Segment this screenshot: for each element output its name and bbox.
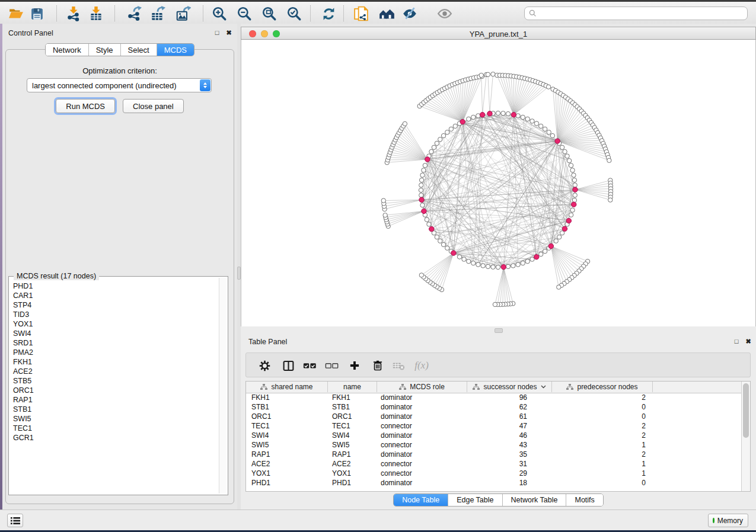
mcds-result-item[interactable]: TEC1 [13,424,219,433]
hierarchy-icon [260,384,267,390]
table-panel-close-button[interactable]: ✖ [744,336,753,346]
horizontal-splitter[interactable] [241,326,756,335]
tab-select[interactable]: Select [121,44,157,56]
zoom-selected-icon[interactable] [286,5,302,22]
import-table-icon[interactable] [88,5,104,22]
network-canvas[interactable] [241,40,756,326]
tab-network[interactable]: Network [46,44,89,56]
column-header-shared-name[interactable]: shared name [246,382,328,392]
control-panel-float-button[interactable]: □ [212,28,222,37]
table-cell-successor-nodes: 46 [467,431,552,440]
table-row[interactable]: YOX1YOX1connector291 [246,469,742,478]
export-network-icon[interactable] [126,5,142,22]
show-networks-home-icon[interactable] [378,5,395,22]
table-cell-name: TEC1 [328,421,377,431]
splitter-grip-icon[interactable] [495,328,503,333]
table-row[interactable]: TEC1TEC1connector472 [246,421,742,431]
tab-style[interactable]: Style [89,44,121,56]
zoom-in-icon[interactable] [211,5,228,22]
search-field[interactable] [524,7,748,20]
table-row[interactable]: RAP1RAP1dominator352 [246,450,742,459]
memory-status-icon [713,518,714,523]
memory-button[interactable]: Memory [708,514,748,527]
task-history-button[interactable] [7,514,23,527]
column-header-successor-nodes[interactable]: successor nodes [467,382,552,392]
show-hidden-eye-icon[interactable] [436,5,453,22]
table-cell-predecessor-nodes: 0 [552,478,653,488]
table-cell-successor-nodes: 61 [467,412,552,421]
mcds-result-item[interactable]: RAP1 [13,395,219,405]
close-panel-button[interactable]: Close panel [123,99,184,113]
table-cell-mcds-role: dominator [377,478,467,488]
table-cell-shared-name: TEC1 [246,421,328,431]
mcds-result-item[interactable]: STP4 [13,300,219,310]
deselect-all-columns-icon[interactable] [325,358,339,373]
column-header-name[interactable]: name [328,382,377,392]
column-header-mcds-role[interactable]: MCDS role [377,382,467,392]
table-scrollbar-thumb[interactable] [743,383,749,438]
mcds-result-scrollbar[interactable] [219,278,227,493]
run-mcds-button[interactable]: Run MCDS [56,99,115,113]
split-columns-icon[interactable] [281,358,295,373]
import-network-icon[interactable] [65,5,82,22]
save-session-icon[interactable] [28,5,45,22]
table-scrollbar[interactable] [741,382,750,491]
network-window-titlebar[interactable]: YPA_prune.txt_1 [241,27,756,40]
tab-mcds[interactable]: MCDS [157,44,194,56]
table-cell-mcds-role: connector [377,469,467,478]
table-row[interactable]: STB1STB1dominator620 [246,402,742,412]
mcds-result-item[interactable]: STB1 [13,405,219,414]
delete-column-trash-icon[interactable] [371,358,385,373]
mcds-result-item[interactable]: FKH1 [13,357,219,367]
mcds-result-item[interactable]: GCR1 [13,433,219,443]
toolbar-separator [114,5,116,21]
toolbar-separator [343,5,344,21]
mcds-result-item[interactable]: TID3 [13,310,219,319]
tab-edge-table[interactable]: Edge Table [448,494,502,506]
hide-selected-eye-icon[interactable] [401,5,418,22]
open-document-share-icon[interactable] [353,5,369,22]
table-row[interactable]: SWI5SWI5connector431 [246,440,742,450]
mcds-result-item[interactable]: SWI5 [13,414,219,424]
network-title: YPA_prune.txt_1 [241,30,755,39]
mcds-result-item[interactable]: SWI4 [13,329,219,338]
search-input[interactable] [540,9,747,18]
mcds-result-list[interactable]: PHD1CAR1STP4TID3YOX1SWI4SRD1PMA2FKH1ACE2… [9,279,219,493]
tab-network-table[interactable]: Network Table [503,494,567,506]
mcds-result-item[interactable]: PHD1 [13,281,219,291]
table-panel-float-button[interactable]: □ [732,336,741,346]
mcds-result-item[interactable]: YOX1 [13,319,219,329]
table-row[interactable]: ORC1ORC1dominator610 [246,412,742,421]
table-row[interactable]: PHD1PHD1dominator180 [246,478,742,488]
network-graph[interactable] [241,40,755,326]
mcds-result-item[interactable]: SRD1 [13,338,219,348]
mcds-result-item[interactable]: ACE2 [13,367,219,376]
add-column-icon[interactable] [347,358,362,373]
tab-motifs[interactable]: Motifs [566,494,602,506]
refresh-view-icon[interactable] [320,5,337,22]
criterion-dropdown[interactable]: largest connected component (undirected) [27,78,212,92]
mcds-result-item[interactable]: PMA2 [13,348,219,357]
table-row[interactable]: FKH1FKH1dominator962 [246,393,742,402]
table-row[interactable]: SWI4SWI4dominator462 [246,431,742,440]
column-header-predecessor-nodes[interactable]: predecessor nodes [552,382,653,392]
export-table-icon[interactable] [149,5,166,22]
gear-icon[interactable] [257,358,272,373]
node-table-header: shared name name MCDS role successor nod… [246,382,742,393]
table-cell-successor-nodes: 35 [467,450,552,459]
mcds-result-item[interactable]: STB5 [13,376,219,386]
zoom-fit-icon[interactable] [261,5,277,22]
table-cell-mcds-role: dominator [377,402,467,412]
export-image-icon[interactable] [175,5,192,22]
open-session-icon[interactable] [8,5,24,22]
mcds-result-item[interactable]: CAR1 [13,291,219,300]
application-window: Control Panel □ ✖ Network Style Select M… [0,0,756,532]
zoom-out-icon[interactable] [236,5,253,22]
mcds-result-item[interactable]: ORC1 [13,386,219,395]
control-panel-close-button[interactable]: ✖ [224,28,234,37]
table-row[interactable]: ACE2ACE2connector311 [246,459,742,469]
table-cell-name: PHD1 [328,478,377,488]
table-cell-predecessor-nodes: 2 [552,393,653,402]
select-all-columns-icon[interactable] [303,358,317,373]
tab-node-table[interactable]: Node Table [394,494,448,506]
